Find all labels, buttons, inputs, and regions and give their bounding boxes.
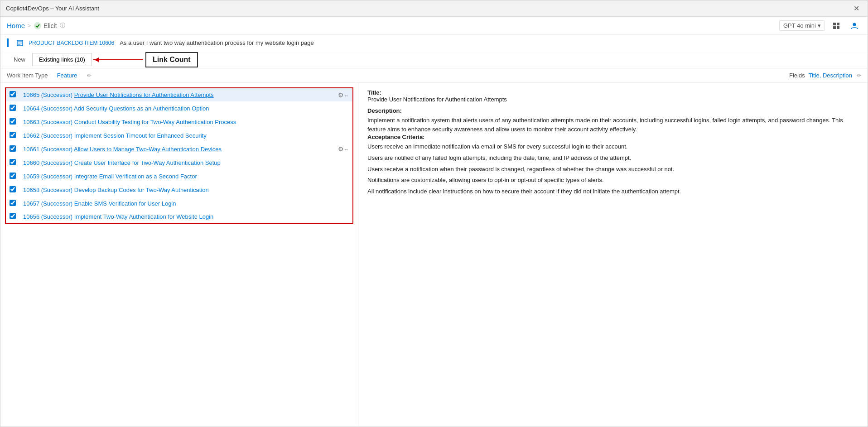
item-checkbox[interactable] (10, 159, 16, 165)
item-checkbox[interactable] (10, 213, 16, 219)
table-row: 10665 (Successor) Provide User Notificat… (19, 88, 330, 101)
elicit-icon (34, 22, 42, 30)
elicit-label: Elicit (43, 22, 57, 29)
item-title-text: Implement Session Timeout for Enhanced S… (74, 132, 207, 139)
acceptance-item: All notifications include clear instruct… (367, 187, 858, 197)
tabs-area: New Existing links (10) Link Count (0, 51, 868, 68)
item-actions-cell (330, 101, 353, 115)
item-title-link[interactable]: Allow Users to Manage Two-Way Authentica… (74, 146, 222, 153)
item-id[interactable]: 10661 (23, 146, 39, 153)
detail-title-value: Provide User Notifications for Authentic… (367, 96, 858, 103)
work-item-title: As a user I want two way authentication … (120, 39, 314, 46)
table-row: 10662 (Successor) Implement Session Time… (19, 129, 330, 142)
table-row: 10660 (Successor) Create User Interface … (19, 156, 330, 169)
item-actions-cell (330, 129, 353, 142)
tab-existing[interactable]: Existing links (10) (32, 53, 92, 66)
gpt-label: GPT 4o mini (783, 22, 816, 29)
content-area: PRODUCT BACKLOG ITEM 10606 As a user I w… (0, 35, 868, 427)
info-icon[interactable]: ⓘ (60, 22, 65, 29)
link-icon[interactable]: ↔ (344, 93, 349, 98)
item-title-text: Integrate Email Verification as a Second… (74, 173, 197, 180)
nav-bar: Home > Elicit ⓘ GPT 4o mini ▾ (0, 17, 868, 35)
work-item-type-edit-icon[interactable]: ✏ (87, 72, 92, 79)
table-row: 10663 (Successor) Conduct Usability Test… (19, 115, 330, 129)
work-item-header: PRODUCT BACKLOG ITEM 10606 As a user I w… (0, 35, 868, 51)
item-checkbox[interactable] (10, 200, 16, 206)
chevron-down-icon: ▾ (818, 22, 821, 29)
item-actions-cell (330, 197, 353, 210)
item-checkbox[interactable] (10, 145, 16, 152)
table-row: 10661 (Successor) Allow Users to Manage … (19, 142, 330, 156)
item-id[interactable]: 10657 (23, 200, 39, 207)
table-row: 10657 (Successor) Enable SMS Verificatio… (19, 197, 330, 210)
item-actions-cell: ⚙↔ (330, 88, 353, 101)
table-row: 10659 (Successor) Integrate Email Verifi… (19, 169, 330, 183)
work-item-icon (17, 40, 23, 46)
link-count-label: Link Count (153, 56, 191, 63)
home-link[interactable]: Home (7, 22, 25, 29)
detail-title-section: Title: Provide User Notifications for Au… (367, 89, 858, 103)
item-id[interactable]: 10662 (23, 132, 39, 139)
item-check-cell (5, 142, 19, 156)
acceptance-item: Users receive an immediate notification … (367, 142, 858, 152)
item-title-text: Implement Two-Way Authentication for Web… (74, 213, 214, 220)
item-id[interactable]: 10658 (23, 187, 39, 193)
item-title-text: Create User Interface for Two-Way Authen… (74, 159, 221, 166)
window-title: Copilot4DevOps – Your AI Assistant (6, 5, 99, 12)
item-id[interactable]: 10664 (23, 105, 39, 112)
tab-new[interactable]: New (7, 53, 32, 66)
gear-icon[interactable]: ⚙ (338, 145, 344, 153)
table-row: 10656 (Successor) Implement Two-Way Auth… (19, 210, 330, 224)
item-title-link[interactable]: Provide User Notifications for Authentic… (74, 91, 214, 98)
fields-value[interactable]: Title, Description (809, 72, 852, 79)
work-item-link[interactable]: PRODUCT BACKLOG ITEM 10606 (29, 40, 114, 46)
item-actions-cell (330, 169, 353, 183)
grid-icon-button[interactable] (829, 19, 843, 33)
item-id[interactable]: 10656 (23, 213, 39, 220)
detail-acceptance-label: Acceptance Criteria: (367, 134, 424, 140)
gear-icon[interactable]: ⚙ (338, 91, 344, 99)
item-actions-cell (330, 156, 353, 169)
blue-bar (7, 38, 9, 47)
detail-description-section: Description: Implement a notification sy… (367, 107, 858, 134)
item-check-cell (5, 129, 19, 142)
detail-acceptance-section: Acceptance Criteria: Users receive an im… (367, 134, 858, 197)
item-id[interactable]: 10659 (23, 173, 39, 180)
close-button[interactable]: ✕ (851, 3, 862, 14)
item-title-text: Conduct Usability Testing for Two-Way Au… (74, 119, 236, 125)
item-checkbox[interactable] (10, 173, 16, 179)
filters-bar: Work Item Type Feature ✏ Fields Title, D… (0, 68, 868, 83)
breadcrumb: Home > Elicit ⓘ (7, 22, 65, 30)
item-check-cell (5, 210, 19, 224)
user-icon-button[interactable] (848, 19, 861, 33)
svg-point-0 (34, 22, 41, 29)
right-panel: Title: Provide User Notifications for Au… (358, 83, 868, 427)
item-check-cell (5, 88, 19, 101)
elicit-link[interactable]: Elicit (34, 22, 57, 30)
table-row: 10658 (Successor) Develop Backup Codes f… (19, 183, 330, 197)
item-actions-cell (330, 183, 353, 197)
item-title-text: Add Security Questions as an Authenticat… (74, 105, 209, 112)
item-check-cell (5, 197, 19, 210)
item-checkbox[interactable] (10, 186, 16, 192)
detail-title-label: Title: (367, 89, 381, 96)
items-table: 10665 (Successor) Provide User Notificat… (5, 87, 353, 224)
item-checkbox[interactable] (10, 91, 16, 97)
acceptance-item: Users receive a notification when their … (367, 165, 858, 174)
item-checkbox[interactable] (10, 105, 16, 111)
item-actions-cell (330, 210, 353, 224)
item-id[interactable]: 10665 (23, 91, 39, 98)
item-id[interactable]: 10660 (23, 159, 39, 166)
item-id[interactable]: 10663 (23, 119, 39, 125)
item-checkbox[interactable] (10, 132, 16, 138)
item-actions-cell (330, 115, 353, 129)
item-checkbox[interactable] (10, 118, 16, 125)
svg-rect-1 (833, 23, 836, 25)
fields-edit-icon[interactable]: ✏ (857, 72, 861, 79)
nav-right: GPT 4o mini ▾ (779, 19, 861, 33)
work-item-type-value[interactable]: Feature (57, 72, 77, 79)
gpt-selector[interactable]: GPT 4o mini ▾ (779, 20, 825, 31)
link-icon[interactable]: ↔ (344, 147, 349, 152)
item-check-cell (5, 169, 19, 183)
detail-acceptance-text: Users receive an immediate notification … (367, 142, 858, 197)
